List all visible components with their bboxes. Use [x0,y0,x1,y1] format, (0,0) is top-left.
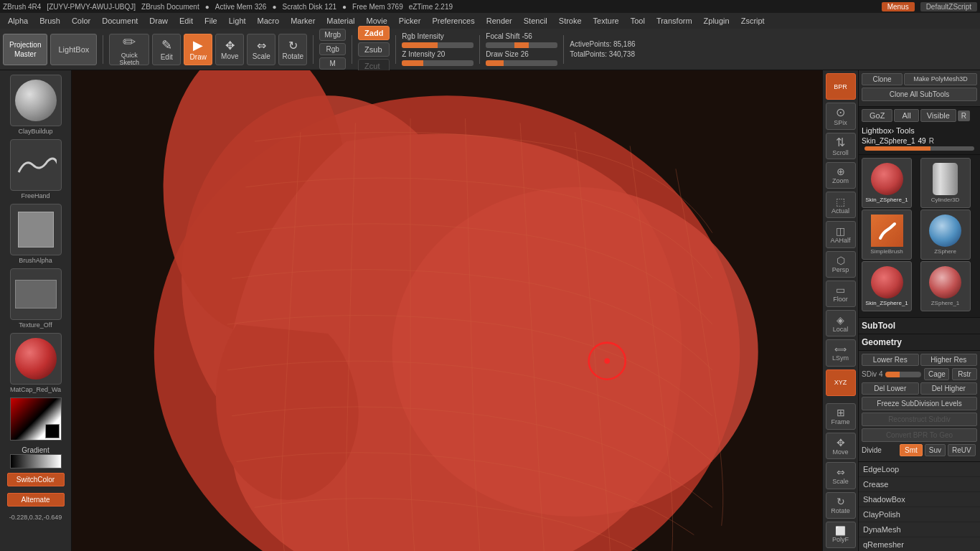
texture-item[interactable]: Texture_Off [4,268,67,329]
scale-strip-btn[interactable]: ⇔ Scale [826,462,856,489]
cage-btn[interactable]: Cage [924,368,949,380]
smt-btn[interactable]: Smt [900,444,923,456]
lightbox-btn[interactable]: LightBox [50,34,97,65]
rotate-btn[interactable]: ↻ Rotate [278,34,307,65]
del-higher-btn[interactable]: Del Higher [920,382,978,395]
gradient-item[interactable]: Gradient [4,445,67,468]
goz-btn[interactable]: GoZ [862,109,892,122]
qremesher-item[interactable]: qRemesher [859,537,980,551]
matcap-item[interactable]: MatCap_Red_Wa [4,333,67,393]
del-lower-btn[interactable]: Del Lower [862,382,919,395]
menu-zscript[interactable]: Zscript [736,15,770,27]
floor-btn[interactable]: ▭ Floor [826,281,856,307]
menu-tool[interactable]: Tool [626,15,650,27]
menu-texture[interactable]: Texture [588,15,624,27]
brush-item[interactable]: ClayBuildup [4,75,67,135]
quick-sketch-btn[interactable]: ✏ QuickSketch [109,34,149,65]
menu-stroke[interactable]: Stroke [554,15,587,27]
menu-stencil[interactable]: Stencil [519,15,552,27]
reconstruct-subdiv-btn[interactable]: Reconstruct Subdiv [862,413,977,426]
menu-document[interactable]: Document [97,15,143,27]
persp-btn[interactable]: ⬡ Persp [826,251,856,278]
xyz-btn[interactable]: XYZ [826,369,856,396]
dynamesh-item[interactable]: DynaMesh [859,522,980,537]
freehand-item[interactable]: FreeHand [4,139,67,199]
tool-cylinder3d[interactable]: Cylinder3D [920,158,971,208]
actual-btn[interactable]: ⬚ Actual [826,192,856,218]
move-strip-btn[interactable]: ✥ Move [826,433,856,459]
tool-zsphere1[interactable]: ZSphere_1 [920,261,971,311]
draw-btn[interactable]: ▶ Draw [184,34,212,65]
subtool-header[interactable]: SubTool [859,318,980,334]
frame-btn[interactable]: ⊞ Frame [826,403,856,430]
menu-color[interactable]: Color [67,15,95,27]
zsub-btn[interactable]: Zsub [358,42,390,57]
projection-master-btn[interactable]: ProjectionMaster [3,34,47,65]
move-btn[interactable]: ✥ Move [215,34,244,65]
local-btn[interactable]: ◈ Local [826,310,856,336]
draw-size-slider[interactable] [486,60,557,66]
skin-slider[interactable] [864,146,974,151]
edgeloop-item[interactable]: EdgeLoop [859,462,980,477]
menu-transform[interactable]: Transform [651,15,697,27]
menu-light[interactable]: Light [224,15,251,27]
lsym-btn[interactable]: ⟺ LSym [826,339,856,366]
gradient-bar[interactable] [10,454,62,468]
menu-draw[interactable]: Draw [144,15,173,27]
menu-macro[interactable]: Macro [253,15,285,27]
aahalf-btn[interactable]: ◫ AAHalf [826,221,856,248]
menu-alpha[interactable]: Alpha [3,15,33,27]
menu-brush[interactable]: Brush [34,15,65,27]
tool-skin-zsphere[interactable]: Skin_ZSphere_1 [862,158,912,208]
menus-btn[interactable]: Menus [882,2,915,11]
rstr-btn[interactable]: Rstr [952,368,977,380]
all-btn[interactable]: All [894,109,918,122]
freeze-subdiv-btn[interactable]: Freeze SubDivision Levels [862,397,977,410]
clone-all-subtools-btn[interactable]: Clone All SubTools [862,88,977,101]
scale-btn[interactable]: ⇔ Scale [247,34,275,65]
canvas-area[interactable] [72,70,822,551]
tool-skin-zsphere2[interactable]: Skin_ZSphere_1 [862,261,912,311]
alternate-btn[interactable]: Alternate [7,493,65,507]
default-zscript[interactable]: DefaultZScript [920,2,977,11]
menu-picker[interactable]: Picker [394,15,426,27]
menu-preferences[interactable]: Preferences [427,15,479,27]
polyf-btn[interactable]: ⬜ PolyF [826,522,856,548]
rgb-btn[interactable]: Rgb [319,43,346,55]
focal-shift-slider[interactable] [486,42,557,48]
edit-btn[interactable]: ✎ Edit [152,34,181,65]
zadd-btn[interactable]: Zadd [358,26,390,40]
rgb-intensity-slider[interactable] [402,42,473,48]
convert-bpr-btn[interactable]: Convert BPR To Geo [862,428,977,442]
zoom-btn[interactable]: ⊕ Zoom [826,162,856,189]
make-polymesh-btn[interactable]: Make PolyMesh3D [904,73,977,85]
m-btn[interactable]: M [319,57,346,70]
menu-material[interactable]: Material [321,15,359,27]
sdiv-slider[interactable] [885,372,921,377]
menu-file[interactable]: File [199,15,222,27]
menu-edit[interactable]: Edit [174,15,198,27]
tool-simplebrush[interactable]: SimpleBrush [862,209,912,260]
color-swatch[interactable] [10,397,62,441]
bpr-btn[interactable]: BPR [826,73,856,100]
clone-btn[interactable]: Clone [862,73,903,85]
lightbox-tools-label[interactable]: Lightbox› Tools [862,126,915,135]
lower-res-btn[interactable]: Lower Res [862,354,919,366]
mrgb-btn[interactable]: Mrgb [319,29,346,41]
menu-render[interactable]: Render [481,15,517,27]
spix-btn[interactable]: ⊙ SPix [826,103,856,129]
higher-res-btn[interactable]: Higher Res [920,354,978,366]
shadowbox-item[interactable]: ShadowBox [859,492,980,507]
reuv-btn[interactable]: ReUV [948,444,976,456]
brush-alpha-item[interactable]: BrushAlpha [4,204,67,264]
z-intensity-slider[interactable] [402,60,473,66]
crease-item[interactable]: Crease [859,477,980,492]
rotate-strip-btn[interactable]: ↻ Rotate [826,492,856,519]
suv-btn[interactable]: Suv [925,444,946,456]
color-swatch-item[interactable] [4,397,67,441]
switch-color-btn[interactable]: SwitchColor [7,473,65,486]
geometry-header[interactable]: Geometry [859,334,980,351]
visible-btn[interactable]: Visible [920,109,956,122]
menu-zplugin[interactable]: Zplugin [699,15,735,27]
menu-marker[interactable]: Marker [286,15,320,27]
